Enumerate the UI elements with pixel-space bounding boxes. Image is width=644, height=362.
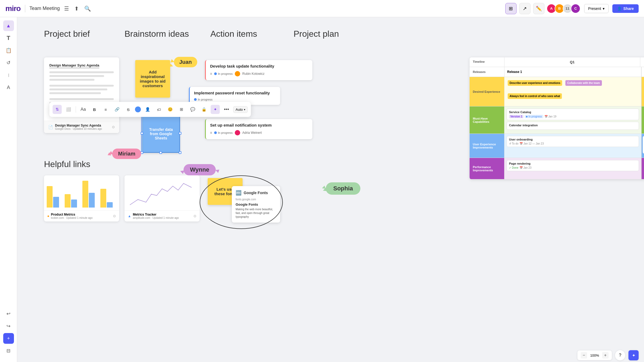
frame-btn[interactable]: ⬜ [64, 105, 73, 114]
pp-desired-content: Describe user experience and emotions Co… [504, 77, 641, 106]
tag-btn[interactable]: 🏷 [154, 105, 163, 114]
emoji-btn[interactable]: 😊 [166, 105, 175, 114]
doc-type-icon: 📄 [48, 125, 53, 129]
board-title[interactable]: Team Meeting [30, 6, 60, 11]
metrics-tracker-card[interactable]: ▲ Metrics Tracker amplitude.com · Update… [125, 175, 200, 221]
pp-perf-row: Performance Improvements Page rendering … [470, 158, 644, 179]
doc-footer-name: Design Manager Sync Agenda [55, 124, 102, 127]
doc-line-1 [49, 71, 114, 73]
pp-page-card[interactable]: Page rendering ✓ Done 📅 Jan 23 [507, 160, 639, 171]
sticky-transfer-data[interactable]: Transfer data from Google Sheets [142, 115, 180, 153]
product-metrics-card[interactable]: ● Product Metrics looker.com · Updated 1… [44, 175, 119, 221]
font-size-select[interactable]: Auto ▾ [233, 106, 248, 113]
pp-new-card[interactable]: New tem... ↺ To do [643, 136, 644, 154]
user-btn[interactable]: 👤 [143, 105, 152, 114]
select-tool[interactable]: ▲ [3, 20, 14, 31]
zoom-control: − 100% + [577, 350, 612, 360]
action-card-1[interactable]: Develop task update functionality ≡ In p… [205, 60, 312, 80]
header-left: miro Team Meeting ☰ ⬆ 🔍 [5, 4, 91, 13]
pp-calendar-card[interactable]: Calendar integration [507, 122, 639, 130]
handle-ml[interactable] [141, 132, 143, 135]
align-btn[interactable]: ≡ [101, 105, 110, 114]
cursor-tool-icon[interactable]: ↗ [519, 3, 530, 14]
action-card-3[interactable]: Set up email notification system ≡ In pr… [205, 119, 312, 139]
pp-ux-content: User onboarding ↺ To do 📅 Jan 12 — Jan 2… [504, 134, 641, 158]
handle-br[interactable] [179, 151, 181, 154]
magic-tool[interactable]: ✦ [628, 350, 639, 360]
share-icon[interactable]: ⬆ [74, 5, 79, 12]
doc-footer-sub: Google Docs · Updated 10 minutes ago [55, 127, 102, 130]
share-button[interactable]: 👤 Share [612, 4, 639, 13]
pp-overflow [640, 57, 644, 67]
text-tool[interactable]: T [3, 33, 14, 43]
pp-releases-extra [641, 67, 644, 77]
doc-spacer [49, 83, 114, 85]
action-card-1-meta: ≡ In progress Rubin Kotowicz [210, 71, 308, 76]
doc-external-icon: ⊙ [112, 125, 115, 129]
pp-q1-label: Q1 [504, 57, 640, 67]
redo-tool[interactable]: ↪ [3, 321, 14, 331]
panel-tool[interactable]: ⊟ [3, 345, 14, 356]
lock-btn[interactable]: 🔒 [199, 105, 208, 114]
pp-sticky-3: Always feel in control of who sees what [508, 93, 562, 99]
sticky-brainstorm-1[interactable]: Add inspirational images to aid customer… [135, 60, 170, 98]
bar-group-3 [82, 181, 99, 208]
handle-bc[interactable] [159, 151, 162, 154]
action-card-3-meta: ≡ In progress Adria Weinert [210, 130, 308, 135]
arrange-btn[interactable]: ⇅ [53, 105, 62, 114]
bar-yellow-2 [65, 194, 71, 208]
floating-toolbar: ⇅ ⬜ Aa B ≡ 🔗 S 👤 🏷 😊 ⊞ 💬 🔒 ✦ ••• Auto ▾ [49, 102, 251, 117]
pp-badge-date: 📅 Jan 19 [544, 115, 557, 118]
present-button[interactable]: Present ▾ [584, 4, 609, 13]
marker-icon[interactable]: ✏️ [533, 3, 544, 14]
pp-onboarding-card[interactable]: User onboarding ↺ To do 📅 Jan 12 — Jan 2… [507, 136, 639, 147]
handwrite-tool[interactable]: A [3, 82, 14, 93]
product-metrics-sub: looker.com · Updated 1 minute ago [51, 216, 93, 219]
bar-blue-3 [89, 193, 95, 208]
assignee-name-1: Rubin Kotowicz [242, 72, 265, 76]
link-btn[interactable]: 🔗 [112, 105, 122, 114]
pp-onboarding-title: User onboarding [509, 138, 636, 141]
google-fonts-header: 🔤 Google Fonts [236, 190, 276, 196]
bar-blue-4 [107, 202, 113, 208]
pp-ux-row: User Experience Improvements User onboar… [470, 134, 644, 158]
handle-mr[interactable] [179, 132, 181, 135]
zoom-minus-btn[interactable]: − [581, 352, 587, 359]
font-btn[interactable]: Aa [79, 105, 88, 114]
more-btn[interactable]: ••• [222, 105, 231, 114]
doc-line-4 [49, 85, 114, 87]
line-chart-svg [127, 178, 197, 210]
sticky-tool[interactable]: 📋 [3, 45, 14, 56]
pp-perf-label: Performance Improvements [470, 158, 504, 179]
grid-btn[interactable]: ⊞ [177, 105, 186, 114]
pp-service-card[interactable]: Service Catalog Version 1 In progress 📅 … [507, 109, 639, 120]
magic-btn[interactable]: ✦ [211, 105, 220, 114]
meta-icon-1: ≡ [210, 72, 212, 76]
color-circle[interactable] [135, 106, 141, 112]
doc-title: Design Manager Sync Agenda [49, 63, 99, 68]
help-tool[interactable]: ? [615, 350, 625, 360]
doc-line-6 [49, 92, 101, 94]
pp-perf-content: Page rendering ✓ Done 📅 Jan 23 [504, 158, 641, 179]
pp-desired-label: Desired Experience [470, 77, 504, 106]
apps-icon[interactable]: ⊞ [505, 3, 517, 14]
section-helpful-links: Helpful links [44, 159, 90, 169]
google-fonts-card[interactable]: 🔤 Google Fonts fonts.google.com Google F… [232, 186, 280, 223]
strikethrough-btn[interactable]: S [124, 105, 133, 114]
shape-tool[interactable]: ↺ [3, 57, 14, 68]
add-tool[interactable]: + [3, 333, 14, 344]
comment-btn[interactable]: 💬 [188, 105, 197, 114]
pen-tool[interactable]: ⟋ [1, 68, 16, 83]
doc-line-5 [49, 88, 107, 90]
status-badge-3: In progress [214, 131, 233, 134]
section-brainstorm: Brainstorm ideas [125, 29, 189, 39]
document-card[interactable]: Design Manager Sync Agenda 📄 Design Mana… [44, 57, 119, 133]
menu-icon[interactable]: ☰ [64, 5, 69, 12]
toolbar-divider-1 [76, 106, 76, 113]
bold-btn[interactable]: B [90, 105, 99, 114]
undo-tool[interactable]: ↩ [3, 308, 14, 319]
search-icon[interactable]: 🔍 [84, 5, 91, 12]
meta-icon-3: ≡ [210, 131, 212, 135]
zoom-plus-btn[interactable]: + [602, 352, 609, 359]
doc-footer: 📄 Design Manager Sync Agenda Google Docs… [44, 121, 119, 133]
